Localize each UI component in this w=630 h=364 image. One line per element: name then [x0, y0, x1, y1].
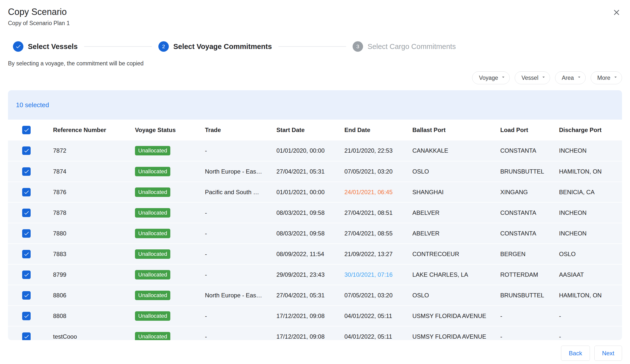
filter-vessel-button[interactable]: Vessel — [515, 71, 550, 84]
table-row[interactable]: 8808Unallocated-17/12/2021, 09:0804/01/2… — [8, 306, 622, 326]
status-badge: Unallocated — [135, 167, 170, 176]
table-row[interactable]: 8806UnallocatedNorth Europe - Eas…27/04/… — [8, 285, 622, 306]
row-checkbox[interactable] — [22, 312, 31, 320]
discharge-port-cell: - — [559, 306, 622, 326]
end-date-cell: 21/01/2020, 22:53 — [344, 141, 412, 161]
table-row[interactable]: 7883Unallocated-08/09/2022, 11:5421/09/2… — [8, 244, 622, 264]
stepper: Select Vessels 2 Select Voyage Commitmen… — [13, 41, 622, 52]
page-title: Copy Scenario — [8, 6, 70, 17]
start-date-cell: 17/12/2021, 09:08 — [276, 326, 344, 340]
column-header-reference-number: Reference Number — [53, 120, 135, 141]
row-checkbox[interactable] — [22, 147, 31, 155]
row-checkbox-cell — [8, 202, 53, 223]
voyage-commitments-table: Reference Number Voyage Status Trade Sta… — [8, 120, 622, 340]
next-button[interactable]: Next — [594, 346, 622, 361]
start-date-cell: 27/04/2021, 05:31 — [276, 285, 344, 306]
table-row[interactable]: 7874UnallocatedNorth Europe - Eas…27/04/… — [8, 161, 622, 182]
row-checkbox[interactable] — [22, 167, 31, 176]
trade-cell: - — [205, 223, 276, 244]
status-badge: Unallocated — [135, 311, 170, 321]
status-badge: Unallocated — [135, 146, 170, 155]
filter-vessel-label: Vessel — [522, 75, 538, 81]
select-all-checkbox[interactable] — [22, 126, 31, 134]
voyage-status-cell: Unallocated — [135, 326, 205, 340]
close-button[interactable] — [611, 7, 622, 19]
row-checkbox-cell — [8, 223, 53, 244]
title-block: Copy Scenario Copy of Scenario Plan 1 — [8, 6, 70, 27]
end-date-cell: 07/05/2021, 03:20 — [344, 161, 412, 182]
load-port-cell: CONSTANTA — [500, 141, 559, 161]
ballast-port-cell: LAKE CHARLES, LA — [412, 264, 500, 285]
reference-number-cell: 7876 — [53, 182, 135, 202]
load-port-cell: BRUNSBUTTEL — [500, 161, 559, 182]
status-badge: Unallocated — [135, 249, 170, 259]
voyage-status-cell: Unallocated — [135, 161, 205, 182]
chevron-down-icon — [541, 74, 546, 81]
status-badge: Unallocated — [135, 291, 170, 300]
end-date-cell: 04/01/2022, 05:11 — [344, 326, 412, 340]
row-checkbox[interactable] — [22, 271, 31, 279]
ballast-port-cell: SHANGHAI — [412, 182, 500, 202]
reference-number-cell: testCooo — [53, 326, 135, 340]
step-label-select-cargo-commitments: Select Cargo Commitments — [368, 42, 456, 51]
reference-number-cell: 8806 — [53, 285, 135, 306]
back-button[interactable]: Back — [561, 346, 590, 361]
table-row[interactable]: testCoooUnallocated-17/12/2021, 09:0804/… — [8, 326, 622, 340]
load-port-cell: BERGEN — [500, 244, 559, 264]
filter-row: Voyage Vessel Area More — [8, 71, 622, 84]
filter-area-label: Area — [562, 75, 574, 81]
trade-cell: - — [205, 264, 276, 285]
row-checkbox[interactable] — [22, 291, 31, 300]
voyage-status-cell: Unallocated — [135, 141, 205, 161]
dialog-footer: Back Next — [8, 346, 622, 361]
table-row[interactable]: 8799Unallocated-29/09/2021, 23:4330/10/2… — [8, 264, 622, 285]
copy-scenario-dialog: Copy Scenario Copy of Scenario Plan 1 Se… — [0, 0, 630, 364]
helper-text: By selecting a voyage, the commitment wi… — [8, 60, 622, 67]
start-date-cell: 08/09/2022, 11:54 — [276, 244, 344, 264]
row-checkbox[interactable] — [22, 188, 31, 196]
discharge-port-cell: BENICIA, CA — [559, 182, 622, 202]
voyage-status-cell: Unallocated — [135, 285, 205, 306]
trade-cell: Pacific and South … — [205, 182, 276, 202]
step-label-select-voyage-commitments: Select Voyage Commitments — [173, 42, 272, 51]
load-port-cell: CONSTANTA — [500, 223, 559, 244]
load-port-cell: - — [500, 306, 559, 326]
ballast-port-cell: USMSY FLORIDA AVENUE — [412, 306, 500, 326]
column-header-voyage-status: Voyage Status — [135, 120, 205, 141]
trade-cell: - — [205, 244, 276, 264]
end-date-cell: 24/01/2021, 06:45 — [344, 182, 412, 202]
row-checkbox-cell — [8, 285, 53, 306]
close-icon — [612, 14, 621, 18]
status-badge: Unallocated — [135, 332, 170, 340]
table-row[interactable]: 7878Unallocated-08/03/2021, 09:5827/04/2… — [8, 202, 622, 223]
row-checkbox[interactable] — [22, 229, 31, 238]
filter-voyage-button[interactable]: Voyage — [472, 71, 510, 84]
dialog-header: Copy Scenario Copy of Scenario Plan 1 — [8, 6, 622, 27]
table-row[interactable]: 7880Unallocated-08/03/2021, 09:5827/04/2… — [8, 223, 622, 244]
voyage-status-cell: Unallocated — [135, 223, 205, 244]
table-row[interactable]: 7876UnallocatedPacific and South …01/01/… — [8, 182, 622, 202]
status-badge: Unallocated — [135, 229, 170, 238]
filter-more-button[interactable]: More — [591, 71, 622, 84]
row-checkbox[interactable] — [22, 250, 31, 258]
table-row[interactable]: 7872Unallocated-01/01/2020, 00:0021/01/2… — [8, 141, 622, 161]
step-select-voyage-commitments[interactable]: 2 Select Voyage Commitments — [158, 41, 272, 52]
step-completed-check-icon — [13, 41, 24, 52]
filter-area-button[interactable]: Area — [555, 71, 586, 84]
column-header-start-date: Start Date — [276, 120, 344, 141]
step-number-2: 2 — [158, 41, 169, 52]
step-select-cargo-commitments[interactable]: 3 Select Cargo Commitments — [352, 41, 456, 52]
trade-cell: - — [205, 326, 276, 340]
discharge-port-cell: HAMILTON, ON — [559, 285, 622, 306]
filter-voyage-label: Voyage — [479, 75, 498, 81]
start-date-cell: 27/04/2021, 05:31 — [276, 161, 344, 182]
row-checkbox[interactable] — [22, 209, 31, 217]
load-port-cell: BRUNSBUTTEL — [500, 285, 559, 306]
trade-cell: - — [205, 141, 276, 161]
load-port-cell: ROTTERDAM — [500, 264, 559, 285]
row-checkbox[interactable] — [22, 333, 31, 340]
voyage-status-cell: Unallocated — [135, 182, 205, 202]
step-select-vessels[interactable]: Select Vessels — [13, 41, 78, 52]
row-checkbox-cell — [8, 141, 53, 161]
discharge-port-cell: - — [559, 326, 622, 340]
